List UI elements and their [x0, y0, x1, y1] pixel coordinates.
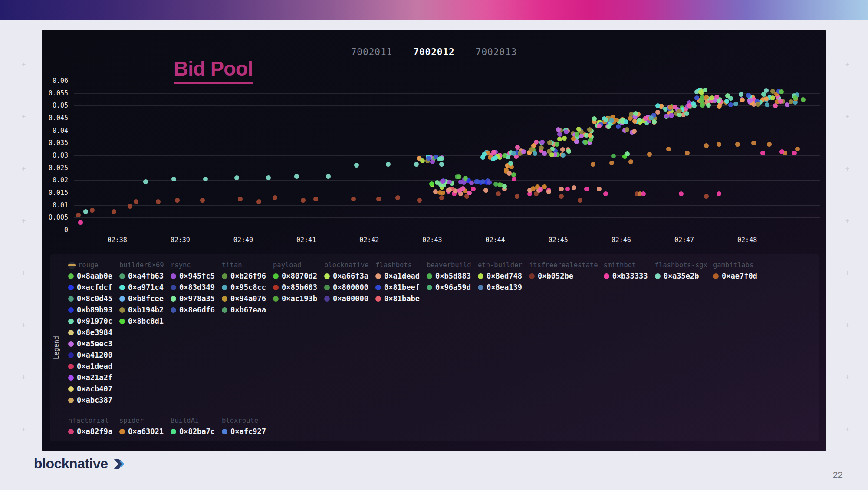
scatter-point [549, 152, 554, 157]
legend-group-header-label: BuildAI [171, 417, 199, 424]
legend-entry[interactable]: 0×8e3984 [68, 327, 114, 338]
legend-entry-label: 0×b89b93 [77, 306, 112, 314]
tab-block-7002013[interactable]: 7002013 [476, 47, 517, 57]
plus-decoration: + [845, 61, 849, 69]
legend-color-dot [68, 330, 74, 335]
tab-block-7002011[interactable]: 7002011 [351, 47, 393, 57]
legend-entry[interactable]: 0×81beef [375, 282, 421, 293]
legend-entry[interactable]: 0×a63021 [119, 426, 165, 437]
legend-entry[interactable]: 0×a82f9a [68, 426, 114, 437]
legend-entry[interactable]: 0×a00000 [324, 293, 370, 304]
legend-entry[interactable]: 0×91970c [68, 316, 114, 327]
legend-color-dot [68, 352, 74, 358]
legend-entry[interactable]: 0×8c0d45 [68, 293, 114, 304]
legend-entry[interactable]: 0×96a59d [427, 282, 472, 293]
scatter-point [546, 189, 551, 194]
legend-entry[interactable]: 0×978a35 [171, 293, 216, 304]
legend-entry[interactable]: 0×8ed748 [478, 270, 523, 282]
legend-entry[interactable]: 0×b67eaa [222, 304, 267, 316]
scatter-point [611, 154, 616, 158]
scatter-point [576, 127, 581, 132]
legend-entry[interactable]: 0×8bc8d1 [119, 316, 165, 327]
legend-entry[interactable]: 0×94a076 [222, 293, 267, 304]
scatter-point [632, 129, 637, 134]
legend-entry[interactable]: 0×a66f3a [324, 270, 370, 282]
scatter-point [717, 104, 722, 109]
plus-decoration: + [22, 321, 26, 329]
legend-column: rsync0×945fc50×83d3490×978a350×8e6df6 [171, 260, 216, 316]
scatter-point [273, 195, 277, 200]
legend-entry-label: 0×a21a2f [77, 373, 112, 382]
legend-entry[interactable]: 0×85b603 [273, 282, 319, 293]
legend-color-dot [529, 273, 535, 279]
scatter-point [597, 124, 602, 128]
legend-entry[interactable]: 0×b33333 [604, 270, 649, 282]
legend-entry[interactable]: 0×acfdcf [68, 282, 114, 293]
scatter-point [515, 194, 519, 199]
legend-entry[interactable]: 0×ae7f0d [713, 270, 759, 282]
legend-entry[interactable]: 0×a1dead [68, 361, 114, 372]
legend-entry[interactable]: 0×8e6df6 [171, 304, 216, 316]
legend-color-dot [478, 285, 483, 290]
legend-entry-label: 0×85b603 [282, 283, 317, 292]
legend-color-dot [68, 364, 74, 369]
scatter-point [76, 213, 81, 217]
legend-entry[interactable]: 0×b26f96 [222, 270, 267, 282]
legend-entry[interactable]: 0×a35e2b [655, 270, 707, 282]
legend-entry[interactable]: 0×82ba7c [171, 426, 216, 437]
legend-entry[interactable]: 0×a971c4 [119, 282, 165, 293]
legend-group-header-label: smithbot [604, 261, 636, 269]
legend-group-header: beaverbuild [427, 260, 472, 270]
y-axis-labels: 0.060.0550.050.0450.040.0350.030.0250.02… [42, 81, 72, 230]
scatter-point [655, 110, 660, 115]
legend-entry[interactable]: 0×95c8cc [222, 282, 267, 293]
legend-entry[interactable]: 0×b89b93 [68, 304, 114, 316]
legend-color-dot [68, 319, 74, 324]
legend-entry-label: 0×b8fcee [128, 294, 164, 303]
legend-entry[interactable]: 0×b5d883 [427, 270, 472, 282]
legend-entry-label: 0×91970c [77, 317, 112, 326]
legend-column: BuildAI0×82ba7c [171, 415, 216, 437]
legend-column: builder0×690×a4fb630×a971c40×b8fcee0×b19… [119, 260, 165, 327]
legend-entry[interactable]: 0×a4fb63 [119, 270, 165, 282]
legend-entry[interactable]: 0×b8fcee [119, 293, 165, 304]
tab-block-7002012[interactable]: 7002012 [413, 47, 455, 57]
legend-entry-label: 0×b5d883 [435, 272, 471, 280]
legend-entry[interactable]: 0×b194b2 [119, 304, 165, 316]
scatter-point [447, 180, 452, 184]
legend-entry[interactable]: 0×a41200 [68, 349, 114, 361]
scatter-point [571, 136, 576, 141]
scatter-point [560, 147, 565, 152]
scatter-point [521, 149, 526, 154]
legend-entry-label: 0×afc927 [230, 427, 266, 436]
legend-entry[interactable]: 0×83d349 [171, 282, 216, 293]
legend-color-dot [222, 307, 227, 313]
legend-entry[interactable]: 0×800000 [324, 282, 370, 293]
legend-entry[interactable]: 0×afc927 [222, 426, 267, 437]
legend-entry[interactable]: 0×945fc5 [171, 270, 216, 282]
legend-column: bloxroute0×afc927 [222, 415, 267, 437]
legend-entry[interactable]: 0×a1dead [375, 270, 421, 282]
legend-entry[interactable]: 0×a21a2f [68, 372, 114, 383]
scatter-point [238, 197, 243, 201]
legend-color-dot [171, 429, 176, 434]
legend-entry[interactable]: 0×8070d2 [273, 270, 319, 282]
legend-entry[interactable]: 0×8ea139 [478, 282, 523, 293]
legend-entry[interactable]: 0×ac193b [273, 293, 319, 304]
legend-group-header-label: flashbots [375, 261, 412, 269]
legend-entry[interactable]: 0×81babe [375, 293, 421, 304]
legend-group-secondary: nfactorial0×a82f9aspider0×a63021BuildAI0… [68, 415, 267, 437]
y-tick-label: 0.025 [49, 164, 68, 172]
legend-entry-label: 0×8070d2 [282, 272, 317, 280]
blocknative-logo-icon [112, 457, 126, 471]
legend-entry[interactable]: 0×b052be [529, 270, 598, 282]
legend-group-header-label: bloxroute [222, 417, 258, 424]
scatter-point [698, 89, 703, 94]
scatter-point [597, 187, 602, 191]
legend-entry[interactable]: 0×a5eec3 [68, 338, 114, 349]
scatter-point [565, 187, 570, 191]
legend-color-dot [119, 285, 125, 290]
legend-entry[interactable]: 0×8aab0e [68, 270, 114, 282]
legend-entry[interactable]: 0×abc387 [68, 395, 114, 406]
legend-entry[interactable]: 0×acb407 [68, 383, 114, 395]
